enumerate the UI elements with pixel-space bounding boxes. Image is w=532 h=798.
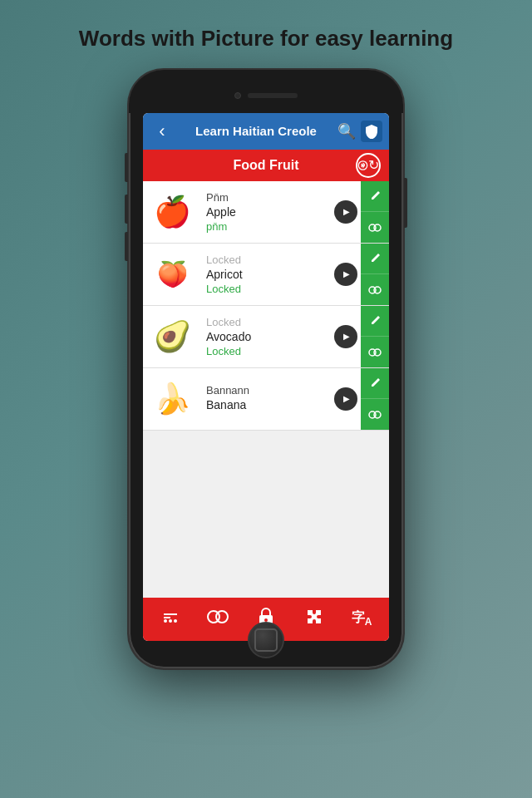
word-translation-apple: pňm xyxy=(206,220,326,233)
word-creole-top-banana: Bannann xyxy=(206,384,326,397)
word-list: 🍎 Pňm Apple pňm xyxy=(143,181,389,598)
word-translation-apricot: Locked xyxy=(206,283,326,295)
word-translation-avocado: Locked xyxy=(206,345,326,357)
shield-icon[interactable] xyxy=(361,121,382,142)
word-actions-avocado xyxy=(361,306,389,367)
edit-button-avocado[interactable] xyxy=(361,306,389,337)
nav-icons: 🔍 xyxy=(337,121,382,142)
word-item-apricot: 🍑 Locked Apricot Locked xyxy=(143,244,389,306)
word-image-banana: 🍌 xyxy=(143,368,201,430)
word-creole-top-apple: Pňm xyxy=(206,191,326,204)
phone-screen: ‹ Learn Haitian Creole 🔍 Food Fruit xyxy=(143,113,389,641)
play-button-banana[interactable] xyxy=(334,387,357,411)
word-item-banana: 🍌 Bannann Banana xyxy=(143,368,389,431)
word-actions-apple xyxy=(361,181,389,243)
category-title: Food Fruit xyxy=(176,158,356,173)
word-content-apricot: Locked Apricot Locked xyxy=(201,244,331,305)
word-english-avocado: Avocado xyxy=(206,330,326,343)
word-content-banana: Bannann Banana xyxy=(201,368,331,430)
word-image-avocado: 🥑 xyxy=(143,306,201,367)
svg-point-2 xyxy=(374,224,381,231)
word-image-apple: 🍎 xyxy=(143,181,201,243)
svg-point-8 xyxy=(374,411,381,418)
page-headline: Words with Picture for easy learning xyxy=(46,0,486,70)
play-button-apple[interactable] xyxy=(334,200,357,224)
home-button-inner xyxy=(254,628,278,652)
phone-top-bar xyxy=(129,70,403,113)
navigation-bar: ‹ Learn Haitian Creole 🔍 xyxy=(143,113,389,150)
word-image-apricot: 🍑 xyxy=(143,244,201,305)
play-button-apricot[interactable] xyxy=(334,263,357,286)
word-creole-top-avocado: Locked xyxy=(206,316,326,328)
edit-button-banana[interactable] xyxy=(361,368,389,399)
word-creole-top-apricot: Locked xyxy=(206,254,326,266)
word-controls-apricot xyxy=(331,244,361,305)
word-item-avocado: 🥑 Locked Avocado Locked xyxy=(143,306,389,368)
word-content-avocado: Locked Avocado Locked xyxy=(201,306,331,367)
play-button-avocado[interactable] xyxy=(334,325,357,348)
word-actions-apricot xyxy=(361,244,389,305)
word-controls-avocado xyxy=(331,306,361,367)
mask-button-banana[interactable] xyxy=(361,398,389,430)
edit-button-apricot[interactable] xyxy=(361,244,389,274)
word-english-apple: Apple xyxy=(206,205,326,219)
nav-title: Learn Haitian Creole xyxy=(175,124,337,138)
word-controls-banana xyxy=(331,368,361,430)
phone-mockup: ‹ Learn Haitian Creole 🔍 Food Fruit xyxy=(129,70,403,668)
category-bar: Food Fruit xyxy=(143,150,389,181)
back-button[interactable]: ‹ xyxy=(150,121,175,142)
mask-button-apple[interactable] xyxy=(361,211,389,243)
phone-bottom xyxy=(129,622,403,658)
word-english-banana: Banana xyxy=(206,398,326,411)
edit-button-apple[interactable] xyxy=(361,181,389,212)
home-button[interactable] xyxy=(248,622,284,658)
mask-button-apricot[interactable] xyxy=(361,273,389,305)
camera-dot xyxy=(234,92,241,99)
svg-point-6 xyxy=(374,349,381,356)
mask-button-avocado[interactable] xyxy=(361,336,389,367)
svg-point-4 xyxy=(374,287,381,293)
word-content-apple: Pňm Apple pňm xyxy=(201,181,331,243)
word-actions-banana xyxy=(361,368,389,430)
category-play-button[interactable] xyxy=(356,153,381,178)
word-english-apricot: Apricot xyxy=(206,268,326,281)
search-icon[interactable]: 🔍 xyxy=(337,122,356,140)
word-item-apple: 🍎 Pňm Apple pňm xyxy=(143,181,389,244)
word-controls-apple xyxy=(331,181,361,243)
speaker-grill xyxy=(248,93,298,98)
